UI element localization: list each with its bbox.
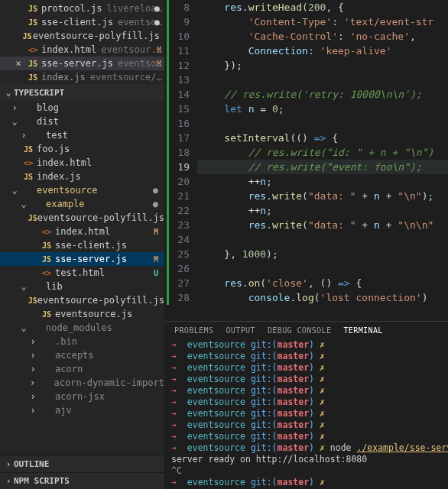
tree-file[interactable]: JSfoo.js bbox=[0, 142, 164, 156]
terminal-line: → eventsource git:(master) ✗ bbox=[171, 431, 442, 442]
code-line[interactable]: res.writeHead(200, { bbox=[197, 0, 448, 15]
tree-label: .bin bbox=[55, 336, 77, 347]
tree-folder[interactable]: ›accepts bbox=[0, 348, 164, 362]
tree-label: index.html bbox=[37, 157, 92, 168]
js-icon: JS bbox=[24, 60, 41, 68]
terminal-line: → eventsource git:(master) ✗ bbox=[171, 362, 442, 374]
open-editor-filename: index.js bbox=[41, 72, 86, 83]
tree-file[interactable]: <>test.htmlU bbox=[0, 266, 164, 280]
dirty-dot-icon: ● bbox=[154, 3, 160, 14]
tree-folder[interactable]: ›test bbox=[0, 128, 164, 142]
js-icon: JS bbox=[38, 241, 55, 250]
chevron-down-icon: ⌄ bbox=[9, 116, 20, 127]
js-icon: JS bbox=[38, 255, 55, 264]
editor[interactable]: 8910111213141516171819202122232425262728… bbox=[165, 0, 448, 321]
section-npm-scripts[interactable]: › NPM SCRIPTS bbox=[0, 472, 164, 489]
html-icon: <> bbox=[24, 45, 41, 55]
open-editor-item[interactable]: JSeventsource-polyfill.jseve... bbox=[0, 29, 164, 43]
tree-file[interactable]: JSsse-client.js bbox=[0, 238, 164, 252]
panel-tab[interactable]: TERMINAL bbox=[343, 326, 382, 335]
code-line[interactable]: }, 1000); bbox=[197, 247, 448, 261]
code-line[interactable]: // res.write("id: " + n + "\n") bbox=[197, 145, 448, 160]
js-icon: JS bbox=[24, 73, 41, 82]
open-editor-item[interactable]: ×JSsse-server.jseventsour...M bbox=[0, 57, 164, 70]
code-line[interactable]: res.write("data: " + n + "\n"); bbox=[197, 189, 448, 203]
tree-label: blog bbox=[37, 102, 59, 113]
editor-and-panel: 8910111213141516171819202122232425262728… bbox=[165, 0, 448, 489]
open-editor-filename: protocol.js bbox=[41, 3, 102, 14]
code-line[interactable]: 'Cache-Control': 'no-cache', bbox=[197, 29, 448, 44]
code-line[interactable]: ++n; bbox=[197, 174, 448, 189]
open-editor-item[interactable]: <>index.htmleventsour...M bbox=[0, 43, 164, 57]
tree-folder[interactable]: ›blog bbox=[0, 101, 164, 115]
code-line[interactable] bbox=[197, 116, 448, 131]
tree-label: acorn-dynamic-import bbox=[54, 377, 165, 388]
terminal-line: ^C bbox=[171, 465, 442, 477]
panel-tab[interactable]: DEBUG CONSOLE bbox=[268, 326, 331, 335]
code-line[interactable] bbox=[197, 232, 448, 247]
tree-file[interactable]: JSsse-server.jsM bbox=[0, 252, 164, 266]
code-line[interactable]: res.on('close', () => { bbox=[197, 276, 448, 290]
open-editor-item[interactable]: JSsse-client.jseventsource/ex...● bbox=[0, 15, 164, 29]
line-number: 25 bbox=[167, 247, 197, 261]
code-line[interactable]: 'Content-Type': 'text/event-str bbox=[197, 15, 448, 29]
tree-file[interactable]: JSeventsource-polyfill.js bbox=[0, 293, 164, 307]
chevron-right-icon: › bbox=[18, 130, 29, 141]
tree-folder[interactable]: ⌄node_modules bbox=[0, 321, 164, 335]
tree-folder[interactable]: ›acorn-jsx bbox=[0, 390, 164, 403]
tree-folder[interactable]: ⌄example● bbox=[0, 197, 164, 211]
tree-file[interactable]: JSeventsource-polyfill.js bbox=[0, 211, 164, 225]
section-typescript[interactable]: ⌄ TYPESCRIPT bbox=[0, 84, 164, 101]
code-line[interactable] bbox=[197, 73, 448, 87]
tree-label: test bbox=[46, 130, 68, 141]
open-editor-item[interactable]: JSindex.jseventsource/node_... bbox=[0, 70, 164, 84]
code-line[interactable]: // res.write("event: foo\n"); bbox=[197, 160, 448, 174]
tree-folder[interactable]: ›ajv bbox=[0, 403, 164, 417]
chevron-right-icon: › bbox=[28, 336, 38, 347]
js-icon: JS bbox=[24, 18, 41, 27]
terminal[interactable]: → eventsource git:(master) ✗→ eventsourc… bbox=[165, 338, 448, 489]
code-line[interactable]: res.write("data: " + n + "\n\n" bbox=[197, 218, 448, 232]
code-line[interactable]: let n = 0; bbox=[197, 102, 448, 116]
chevron-right-icon: › bbox=[28, 364, 38, 374]
line-number: 20 bbox=[167, 174, 197, 189]
panel-tab[interactable]: PROBLEMS bbox=[174, 326, 213, 335]
tree-label: foo.js bbox=[37, 144, 70, 154]
tree-folder[interactable]: ⌄eventsource● bbox=[0, 183, 164, 197]
tree-folder[interactable]: ⌄lib bbox=[0, 280, 164, 293]
tree-label: acorn bbox=[55, 364, 83, 374]
tree-folder[interactable]: ⌄dist bbox=[0, 115, 164, 128]
tree-folder[interactable]: ›acorn-dynamic-import bbox=[0, 376, 164, 390]
tree-folder[interactable]: ›.bin bbox=[0, 335, 164, 348]
tree-file[interactable]: <>index.html bbox=[0, 156, 164, 170]
line-number: 13 bbox=[167, 73, 197, 87]
tree-file[interactable]: JSindex.js bbox=[0, 170, 164, 183]
line-number: 18 bbox=[167, 145, 197, 160]
tree-label: eventsource-polyfill.js bbox=[37, 295, 164, 306]
open-editor-item[interactable]: JSprotocol.jslivereload-js...● bbox=[0, 2, 164, 15]
terminal-line: → eventsource git:(master) ✗ bbox=[171, 408, 442, 419]
code-area[interactable]: res.writeHead(200, { 'Content-Type': 'te… bbox=[197, 0, 448, 321]
panel-tab[interactable]: OUTPUT bbox=[226, 326, 255, 335]
tree-folder[interactable]: ›acorn bbox=[0, 362, 164, 376]
code-line[interactable] bbox=[197, 261, 448, 276]
code-line[interactable]: // res.write('retry: 10000\n\n'); bbox=[197, 87, 448, 102]
code-line[interactable]: ++n; bbox=[197, 203, 448, 218]
line-number: 27 bbox=[167, 276, 197, 290]
line-number: 9 bbox=[167, 15, 197, 29]
code-line[interactable]: setInterval(() => { bbox=[197, 131, 448, 145]
js-icon: JS bbox=[38, 310, 55, 319]
tree-file[interactable]: JSeventsource.js bbox=[0, 307, 164, 321]
js-icon: JS bbox=[20, 145, 37, 154]
js-icon: JS bbox=[28, 214, 37, 222]
code-line[interactable]: console.log('lost connection') bbox=[197, 290, 448, 305]
section-outline[interactable]: › OUTLINE bbox=[0, 455, 164, 472]
tree-file[interactable]: <>index.htmlM bbox=[0, 225, 164, 238]
line-number: 11 bbox=[167, 44, 197, 58]
code-line[interactable]: Connection: 'keep-alive' bbox=[197, 44, 448, 58]
tree-label: node_modules bbox=[46, 322, 112, 333]
code-line[interactable]: }); bbox=[197, 58, 448, 73]
tree-label: acorn-jsx bbox=[55, 391, 105, 402]
close-icon[interactable]: × bbox=[14, 58, 23, 69]
line-number: 22 bbox=[167, 203, 197, 218]
